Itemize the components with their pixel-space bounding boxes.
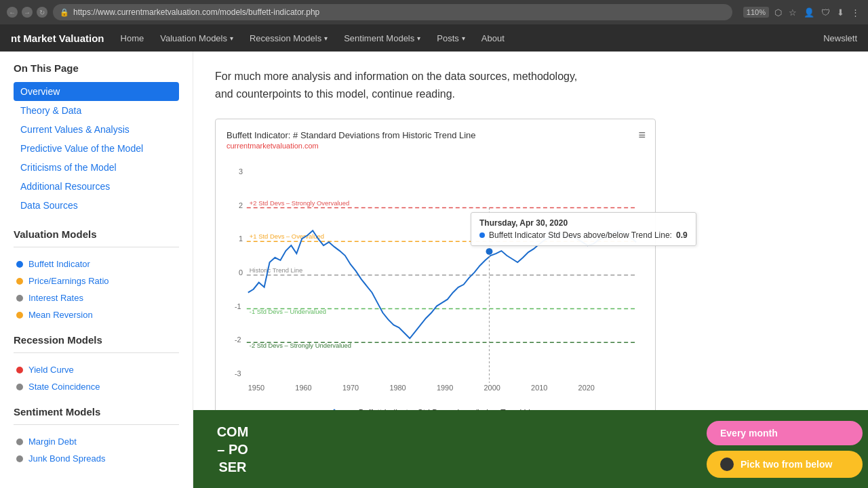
- main-content: For much more analysis and information o…: [193, 52, 868, 488]
- sidebar-item-criticisms[interactable]: Criticisms of the Model: [14, 158, 179, 177]
- svg-text:+1 Std Devs – Overvalued: +1 Std Devs – Overvalued: [250, 232, 324, 240]
- navbar: nt Market Valuation Home Valuation Model…: [0, 24, 868, 52]
- sidebar-item-current-values[interactable]: Current Values & Analysis: [14, 120, 179, 139]
- yield-curve-label: Yield Curve: [28, 365, 74, 375]
- sidebar-item-overview[interactable]: Overview: [14, 82, 179, 101]
- navbar-brand: nt Market Valuation: [11, 33, 104, 44]
- dot-gray-jb: [16, 455, 23, 462]
- chart-title: Buffett Indicator: # Standard Deviations…: [226, 130, 644, 140]
- nav-home[interactable]: Home: [121, 33, 144, 43]
- sidebar-item-data-sources[interactable]: Data Sources: [14, 196, 179, 215]
- svg-text:1980: 1980: [389, 384, 406, 392]
- svg-text:3: 3: [239, 167, 243, 176]
- buffett-indicator-label: Buffett Indicator: [28, 259, 90, 269]
- sidebar-divider-1: [14, 247, 179, 247]
- star-icon[interactable]: ☆: [787, 6, 798, 19]
- sidebar-mean-reversion[interactable]: Mean Reversion: [14, 306, 179, 323]
- dot-gray-ir: [16, 295, 23, 302]
- svg-text:1990: 1990: [437, 384, 453, 392]
- valuation-models-list: Buffett Indicator Price/Earnings Ratio I…: [14, 256, 179, 323]
- composer-logo-line1: COM: [199, 423, 267, 441]
- nav-valuation-models[interactable]: Valuation Models ▾: [160, 33, 233, 43]
- svg-text:2010: 2010: [531, 384, 547, 392]
- lock-icon: 🔒: [60, 8, 69, 17]
- sidebar-divider-3: [14, 424, 179, 425]
- dot-gray-sc: [16, 384, 23, 390]
- valuation-models-title: Valuation Models: [14, 228, 179, 240]
- sidebar-buffett-indicator[interactable]: Buffett Indicator: [14, 256, 179, 272]
- svg-point-26: [486, 248, 493, 255]
- composer-logo-line2: – PO: [199, 441, 267, 458]
- dot-orange-mr: [16, 312, 23, 319]
- address-bar[interactable]: 🔒 https://www.currentmarketvaluation.com…: [53, 4, 732, 20]
- nav-sentiment-models[interactable]: Sentiment Models ▾: [344, 33, 420, 43]
- composer-bar: COM – PO SER Every month Pick two from b…: [193, 410, 868, 488]
- sidebar-state-coincidence[interactable]: State Coincidence: [14, 378, 179, 395]
- sentiment-models-list: Margin Debt Junk Bond Spreads: [14, 433, 179, 467]
- state-coincidence-label: State Coincidence: [28, 382, 100, 392]
- svg-text:1950: 1950: [248, 384, 264, 392]
- chart-svg: 3 2 1 0 -1 -2 -3 1950 1960 1970 1980 199…: [226, 158, 644, 401]
- sidebar-item-theory[interactable]: Theory & Data: [14, 101, 179, 120]
- menu-icon[interactable]: ⋮: [850, 6, 861, 19]
- svg-text:+2 Std Devs – Strongly Overval: +2 Std Devs – Strongly Overvalued: [250, 199, 349, 207]
- svg-text:Historic Trend Line: Historic Trend Line: [250, 266, 303, 274]
- browser-bar: ← → ↻ 🔒 https://www.currentmarketvaluati…: [0, 0, 868, 24]
- nav-about[interactable]: About: [481, 33, 505, 43]
- url-text: https://www.currentmarketvaluation.com/m…: [73, 7, 319, 17]
- junk-bond-label: Junk Bond Spreads: [28, 453, 105, 464]
- recession-models-list: Yield Curve State Coincidence: [14, 361, 179, 395]
- sidebar-pe-ratio[interactable]: Price/Earnings Ratio: [14, 272, 179, 289]
- intro-text: For much more analysis and information o…: [215, 68, 622, 102]
- shield-icon[interactable]: 🛡: [820, 6, 831, 19]
- cta-buttons: Every month Pick two from below: [707, 421, 863, 478]
- back-button[interactable]: ←: [7, 7, 18, 18]
- tooltip-number: 0.9: [676, 230, 688, 240]
- svg-text:-2: -2: [235, 336, 241, 344]
- forward-button[interactable]: →: [22, 7, 33, 18]
- interest-rates-label: Interest Rates: [28, 293, 83, 303]
- svg-text:1960: 1960: [295, 384, 311, 392]
- zoom-badge: 110%: [743, 7, 769, 18]
- on-this-page-nav: Overview Theory & Data Current Values & …: [14, 82, 179, 215]
- sidebar-item-additional[interactable]: Additional Resources: [14, 177, 179, 196]
- cta-every-month[interactable]: Every month: [707, 421, 863, 445]
- chart-menu-button[interactable]: ≡: [638, 129, 646, 141]
- download-icon[interactable]: ⬇: [835, 6, 846, 19]
- navbar-right: Newslett: [823, 33, 857, 43]
- browser-controls: ← → ↻: [7, 7, 47, 18]
- pe-ratio-label: Price/Earnings Ratio: [28, 276, 109, 286]
- dot-blue: [16, 261, 23, 268]
- svg-text:-1: -1: [235, 302, 241, 310]
- sentiment-models-title: Sentiment Models: [14, 406, 179, 418]
- dot-orange-pe: [16, 278, 23, 285]
- chart-container: Buffett Indicator: # Standard Deviations…: [215, 119, 656, 439]
- sidebar-margin-debt[interactable]: Margin Debt: [14, 433, 179, 450]
- sidebar-junk-bond[interactable]: Junk Bond Spreads: [14, 450, 179, 467]
- extensions-icon[interactable]: ⬡: [773, 6, 783, 19]
- sidebar-item-predictive[interactable]: Predictive Value of the Model: [14, 139, 179, 158]
- sidebar-yield-curve[interactable]: Yield Curve: [14, 361, 179, 378]
- mean-reversion-label: Mean Reversion: [28, 310, 93, 320]
- profile-icon[interactable]: 👤: [802, 6, 816, 19]
- cta-pick-two[interactable]: Pick two from below: [707, 451, 863, 478]
- sidebar-divider-2: [14, 352, 179, 353]
- cta2-icon: [720, 458, 734, 471]
- svg-text:-1 Std Devs – Undervalued: -1 Std Devs – Undervalued: [250, 308, 326, 316]
- browser-icons: 110% ⬡ ☆ 👤 🛡 ⬇ ⋮: [743, 6, 861, 19]
- svg-text:-2 Std Devs – Strongly Underva: -2 Std Devs – Strongly Undervalued: [250, 342, 351, 349]
- main-layout: On This Page Overview Theory & Data Curr…: [0, 52, 868, 488]
- dot-red-yc: [16, 367, 23, 373]
- sidebar-interest-rates[interactable]: Interest Rates: [14, 289, 179, 306]
- nav-recession-models[interactable]: Recession Models ▾: [250, 33, 328, 43]
- chart-svg-wrapper: 3 2 1 0 -1 -2 -3 1950 1960 1970 1980 199…: [226, 158, 644, 403]
- svg-text:2020: 2020: [578, 384, 595, 392]
- nav-posts[interactable]: Posts ▾: [437, 33, 465, 43]
- svg-text:2000: 2000: [484, 384, 500, 392]
- dot-gray-md: [16, 439, 23, 445]
- recession-models-title: Recession Models: [14, 334, 179, 346]
- reload-button[interactable]: ↻: [37, 7, 47, 18]
- composer-logo: COM – PO SER: [199, 423, 267, 476]
- svg-text:0: 0: [239, 268, 243, 277]
- svg-text:1970: 1970: [342, 384, 359, 392]
